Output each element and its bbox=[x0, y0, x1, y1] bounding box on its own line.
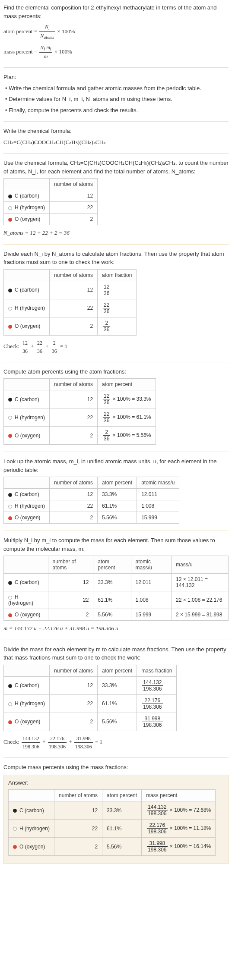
table-row: H (hydrogen) 22 61.1% 22.176198.306 × 10… bbox=[9, 820, 216, 838]
table-row: H (hydrogen) 22 2236 bbox=[4, 299, 137, 317]
mass-cell: 1.008 bbox=[131, 591, 171, 609]
frac-num: 22 bbox=[103, 302, 110, 308]
divider bbox=[3, 362, 229, 362]
table-row: H (hydrogen) 22 61.1% 1.008 bbox=[4, 500, 179, 512]
table-row: O (oxygen) 2 236 bbox=[4, 317, 137, 335]
element-cell: C (carbon) bbox=[4, 489, 50, 500]
element-cell: H (hydrogen) bbox=[4, 408, 50, 427]
element-name: C (carbon) bbox=[15, 579, 39, 585]
table-header-row: number of atoms atom percent mass percen… bbox=[9, 790, 216, 801]
pct-cell: 33.3% bbox=[98, 489, 137, 500]
carbon-dot-icon bbox=[8, 684, 12, 688]
frac-den: Natoms bbox=[39, 32, 55, 41]
table-row: O (oxygen) 2 5.56% 31.998198.306 × 100% … bbox=[9, 838, 216, 856]
empty-header bbox=[9, 790, 54, 801]
element-name: O (oxygen) bbox=[19, 844, 45, 850]
massu-header: mass/u bbox=[172, 556, 229, 574]
frac-den: 36 bbox=[103, 327, 110, 333]
count-cell: 12 bbox=[54, 801, 102, 820]
element-name: C (carbon) bbox=[15, 193, 39, 199]
count-cell: 2 bbox=[50, 713, 98, 731]
pct-cell: 61.1% bbox=[98, 694, 137, 713]
divider bbox=[3, 452, 229, 452]
table-row: O (oxygen) 2 5.56% 15.999 bbox=[4, 512, 179, 524]
frac-header: mass fraction bbox=[137, 665, 177, 676]
frac-den: 36 bbox=[36, 347, 43, 355]
frac-cell: 2236 bbox=[98, 299, 137, 317]
atom-frac-check: Check: 1236 + 2236 + 236 = 1 bbox=[3, 339, 229, 355]
element-name: H (hydrogen) bbox=[19, 826, 50, 832]
mpct-cell: 144.132198.306 × 100% = 72.68% bbox=[142, 801, 216, 820]
frac-num: 2 bbox=[51, 339, 58, 347]
final-table: number of atoms atom percent mass percen… bbox=[8, 789, 216, 856]
divider bbox=[3, 531, 229, 531]
element-name: O (oxygen) bbox=[15, 515, 40, 521]
pct-cell: 33.3% bbox=[93, 574, 131, 591]
element-cell: O (oxygen) bbox=[4, 427, 50, 445]
count-cell: 2 bbox=[50, 214, 98, 225]
mass-cell: 15.999 bbox=[137, 512, 179, 524]
table-row: O (oxygen) 2 bbox=[4, 214, 98, 225]
count-atoms-intro: Use the chemical formula, CH₂=C(CH₃)COOC… bbox=[3, 159, 229, 176]
element-name: C (carbon) bbox=[15, 396, 39, 402]
element-cell: C (carbon) bbox=[4, 190, 50, 202]
element-name: O (oxygen) bbox=[15, 216, 40, 222]
pct-cell: 5.56% bbox=[98, 713, 137, 731]
massfrac-intro: Divide the mass for each element by m to… bbox=[3, 645, 229, 662]
pct-cell: 61.1% bbox=[93, 591, 131, 609]
table-row: H (hydrogen) 22 61.1% 1.008 22 × 1.008 =… bbox=[4, 591, 229, 609]
frac-den: 198.306 bbox=[147, 847, 167, 853]
oxygen-dot-icon bbox=[8, 218, 12, 222]
element-name: H (hydrogen) bbox=[15, 503, 45, 509]
atoms-header: number of atoms bbox=[50, 179, 98, 190]
times-100: × 100% bbox=[57, 28, 75, 35]
chem-formula-section: Write the chemical formula: CH₂=C(CH₃)CO… bbox=[3, 127, 229, 146]
divider bbox=[3, 67, 229, 68]
mass-cell: 1.008 bbox=[137, 500, 179, 512]
divider bbox=[3, 121, 229, 122]
frac-den: 198.306 bbox=[22, 743, 40, 751]
frac-num: 22.176 bbox=[48, 735, 67, 743]
carbon-dot-icon bbox=[8, 581, 12, 585]
pct-cell: 61.1% bbox=[102, 820, 142, 838]
count-cell: 2 bbox=[54, 838, 102, 856]
frac-num: 31.998 bbox=[147, 840, 167, 847]
atoms-header: number of atoms bbox=[50, 477, 98, 489]
frac-den: 198.306 bbox=[142, 704, 162, 710]
frac-cell: 31.998198.306 bbox=[137, 713, 177, 731]
table-row: H (hydrogen) 22 bbox=[4, 202, 98, 214]
frac-den: 198.306 bbox=[142, 686, 162, 692]
frac-den: 36 bbox=[103, 290, 110, 296]
frac-num: 31.998 bbox=[142, 716, 162, 722]
empty-header bbox=[4, 665, 50, 676]
frac-num: 144.132 bbox=[22, 735, 40, 743]
masses-intro: Look up the atomic mass, m_i, in unified… bbox=[3, 457, 229, 474]
pct-cell: 33.3% bbox=[102, 801, 142, 820]
mass-cell: 12.011 bbox=[131, 574, 171, 591]
element-cell: H (hydrogen) bbox=[4, 202, 50, 214]
element-cell: O (oxygen) bbox=[4, 713, 50, 731]
atoms-header: number of atoms bbox=[48, 556, 93, 574]
table-row: C (carbon) 12 1236 × 100% = 33.3% bbox=[4, 390, 156, 408]
table-header-row: number of atoms atom percent mass fracti… bbox=[4, 665, 177, 676]
frac-den: 36 bbox=[103, 436, 110, 442]
frac-den: 36 bbox=[103, 418, 110, 424]
count-cell: 22 bbox=[50, 500, 98, 512]
divider bbox=[3, 244, 229, 245]
atom-frac-section: Divide each N_i by N_atoms to calculate … bbox=[3, 250, 229, 355]
oxygen-dot-icon bbox=[8, 720, 12, 724]
table-row: H (hydrogen) 22 61.1% 22.176198.306 bbox=[4, 694, 177, 713]
pct-header: atom percent bbox=[93, 556, 131, 574]
frac-den: 198.306 bbox=[74, 743, 93, 751]
element-name: C (carbon) bbox=[15, 287, 39, 293]
empty-header bbox=[4, 477, 50, 489]
element-name: H (hydrogen) bbox=[15, 204, 45, 210]
answer-box: Answer: number of atoms atom percent mas… bbox=[3, 775, 229, 864]
frac-cell: 22.176198.306 bbox=[137, 694, 177, 713]
hydrogen-dot-icon bbox=[8, 596, 12, 600]
element-name: H (hydrogen) bbox=[15, 700, 45, 707]
count-cell: 22 bbox=[48, 591, 93, 609]
check-label: Check: bbox=[3, 343, 21, 349]
mpct-text: × 100% = 72.68% bbox=[168, 807, 211, 813]
mass-percent-formula: mass percent = Ni mi m × 100% bbox=[3, 44, 229, 60]
